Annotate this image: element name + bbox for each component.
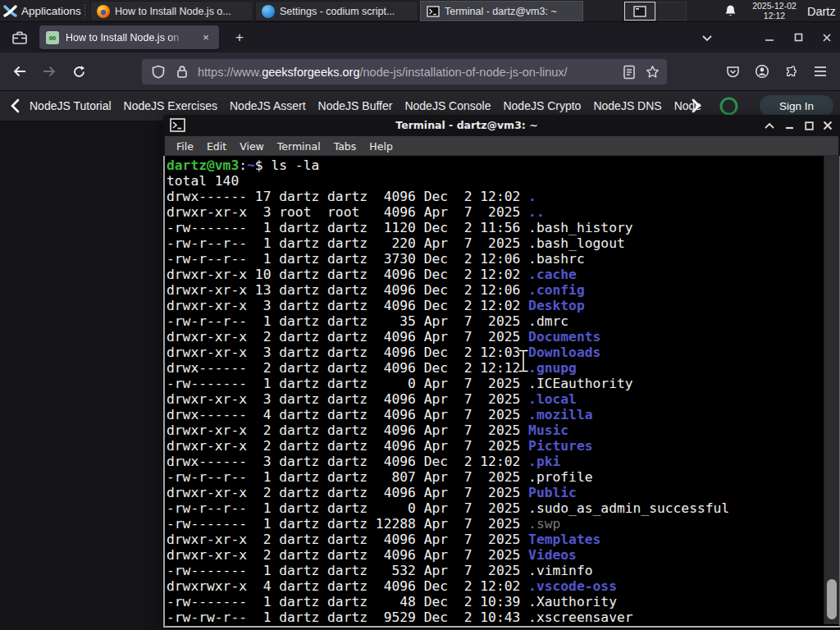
terminal-menu-terminal[interactable]: Terminal [271,140,327,153]
terminal-output: dartz@vm3:~$ ls -la total 140 drwx------… [167,158,729,625]
tab-bar: ∞ How to Install Node.js on × + [0,22,840,52]
minimize-icon [785,121,794,130]
scrollbar-thumb[interactable] [827,579,837,619]
clock-date: 2025-12-02 [745,2,804,11]
back-icon [12,64,27,79]
terminal-maximize-button[interactable] [800,115,818,136]
firefox-icon [97,5,110,18]
terminal-icon [427,6,440,17]
applications-menu[interactable]: Applications [0,0,84,22]
lock-icon[interactable] [176,65,188,79]
url-domain: geeksforgeeks.org [262,66,359,79]
terminal-close-button[interactable] [819,115,837,136]
mini-terminal-icon [633,6,646,17]
nav-scroll-right-button[interactable] [691,98,701,116]
extensions-button[interactable] [778,59,805,84]
pocket-icon [726,65,740,79]
nav-link-5[interactable]: NodeJS Console [404,99,491,112]
list-tabs-button[interactable] [697,29,717,47]
nav-link-1[interactable]: NodeJS Tutorial [30,99,112,112]
task-button-label: Settings - codium script... [280,6,395,17]
terminal-minimize-button[interactable] [780,115,798,136]
close-icon [822,33,832,43]
terminal-scrollbar[interactable] [824,156,839,624]
maximize-icon [805,121,814,130]
panel-user-label[interactable]: Dartz [807,0,836,22]
terminal-content[interactable]: dartz@vm3:~$ ls -la total 140 drwx------… [163,156,840,628]
forward-icon [42,64,57,79]
browser-tab[interactable]: ∞ How to Install Node.js on × [39,25,219,49]
bookmark-star-button[interactable] [646,65,660,82]
ibeam-mouse-cursor [517,349,530,373]
search-icon [719,97,738,116]
url-path: /node-js/installation-of-node-js-on-linu… [359,66,567,79]
puzzle-piece-icon [785,65,799,79]
app-menu-button[interactable] [807,59,833,84]
nav-scroll-left-button[interactable] [10,98,21,116]
close-icon [823,121,833,130]
url-text: https://www.geeksforgeeks.org/node-js/in… [198,66,568,79]
account-button[interactable] [749,59,775,84]
browser-minimize-button[interactable] [757,25,782,49]
vscodium-icon [262,5,275,18]
nav-link-7[interactable]: NodeJS DNS [593,99,661,112]
sign-in-button[interactable]: Sign In [760,95,833,116]
account-icon [755,64,769,79]
panel-clock[interactable]: 2025-12-02 12:12 [745,2,804,21]
browser-maximize-button[interactable] [786,25,810,49]
tab-title: How to Install Node.js on [66,32,185,43]
workspace-switcher[interactable] [624,2,687,21]
terminal-window: Terminal - dartz@vm3: ~ FileEditViewTerm… [163,115,840,628]
pocket-button[interactable] [719,59,746,84]
task-button-label: Terminal - dartz@vm3: ~ [445,6,557,17]
url-scheme: https://www. [198,66,262,79]
terminal-shade-button[interactable] [760,115,778,136]
terminal-title: Terminal - dartz@vm3: ~ [163,115,770,136]
desktop: Applications How to Install Node.js o...… [0,0,840,630]
navigation-toolbar: https://www.geeksforgeeks.org/node-js/in… [0,52,840,91]
terminal-menu-tabs[interactable]: Tabs [327,140,363,153]
nav-link-4[interactable]: NodeJS Buffer [318,99,393,112]
clock-time: 12:12 [745,11,804,21]
star-icon [646,65,660,79]
workspace-2[interactable] [655,2,687,21]
nav-link-2[interactable]: NodeJS Exercises [124,99,217,112]
forward-button[interactable] [36,59,62,84]
panel-separator [84,4,85,18]
workspace-1[interactable] [624,2,655,21]
reader-mode-icon [623,65,636,80]
minimize-icon [765,33,774,43]
nav-link-3[interactable]: NodeJS Assert [230,99,306,112]
firefox-view-icon [11,30,28,45]
reload-icon [72,65,86,79]
terminal-menu-view[interactable]: View [233,140,271,153]
terminal-title-bar[interactable]: Terminal - dartz@vm3: ~ [163,115,840,136]
chevron-left-icon [10,98,21,113]
terminal-menu-edit[interactable]: Edit [200,140,233,153]
task-button-1[interactable]: How to Install Node.js o... [90,1,253,21]
terminal-menu-bar: FileEditViewTerminalTabsHelp [165,136,838,156]
browser-close-button[interactable] [815,25,839,49]
nav-link-6[interactable]: NodeJS Crypto [503,99,581,112]
task-button-label: How to Install Node.js o... [115,6,231,17]
chevron-up-icon [765,122,774,129]
reader-mode-button[interactable] [623,65,636,83]
xfce-logo-icon [3,4,17,18]
chevron-down-icon [701,34,713,42]
tab-close-icon[interactable]: × [199,31,212,43]
applications-label: Applications [21,5,81,17]
reload-button[interactable] [66,59,92,84]
terminal-menu-help[interactable]: Help [363,140,399,153]
hamburger-menu-icon [814,66,827,77]
geeksforgeeks-favicon: ∞ [46,31,59,44]
task-button-2[interactable]: Settings - codium script... [255,1,418,21]
terminal-menu-file[interactable]: File [170,140,200,153]
new-tab-button[interactable]: + [229,27,250,48]
task-button-3[interactable]: Terminal - dartz@vm3: ~ [420,1,583,21]
chevron-right-icon [691,98,701,113]
back-button[interactable] [7,59,33,84]
url-bar[interactable]: https://www.geeksforgeeks.org/node-js/in… [142,59,667,84]
notification-bell-icon[interactable] [724,4,737,18]
tracking-shield-icon[interactable] [152,65,165,79]
firefox-view-button[interactable] [7,26,33,48]
